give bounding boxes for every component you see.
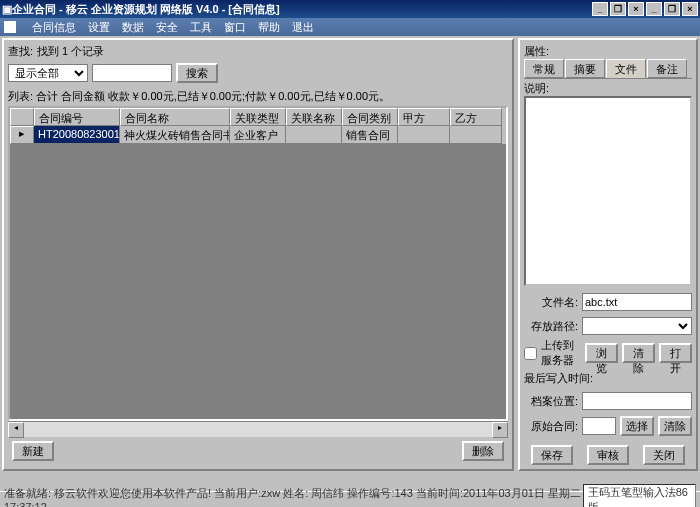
filename-label: 文件名: (524, 295, 578, 310)
list-summary: 列表: 合计 合同金额 收款￥0.00元,已结￥0.00元;付款￥0.00元,已… (8, 89, 508, 104)
contract-grid[interactable]: 合同编号 合同名称 关联类型 关联名称 合同类别 甲方 乙方 ▸ HT20080… (8, 106, 508, 421)
description-label: 说明: (524, 81, 692, 96)
col-contract-name[interactable]: 合同名称 (120, 108, 230, 126)
table-row[interactable]: ▸ HT20080823001 神火煤火砖销售合同书 企业客户 销售合同 (10, 126, 506, 144)
menu-exit[interactable]: 退出 (292, 20, 314, 35)
archive-label: 档案位置: (524, 394, 578, 409)
menu-security[interactable]: 安全 (156, 20, 178, 35)
ime-indicator[interactable]: 王码五笔型输入法86版 (583, 484, 696, 508)
cell-contract-type[interactable]: 销售合同 (342, 126, 398, 144)
restore-button[interactable]: ❐ (610, 2, 626, 16)
col-party-a[interactable]: 甲方 (398, 108, 450, 126)
menu-settings[interactable]: 设置 (88, 20, 110, 35)
properties-title: 属性: (524, 44, 692, 59)
scroll-right-icon[interactable]: ▸ (492, 422, 508, 438)
status-text: 准备就绪: 移云软件欢迎您使用本软件产品! 当前用户:zxw 姓名: 周信纬 操… (4, 486, 583, 507)
child-close-button[interactable]: × (682, 2, 698, 16)
clear2-button[interactable]: 清除 (658, 416, 692, 436)
window-title: 企业合同 - 移云 企业资源规划 网络版 V4.0 - [合同信息] (12, 2, 280, 17)
delete-button[interactable]: 删除 (462, 441, 504, 461)
original-input[interactable] (582, 417, 616, 435)
menu-data[interactable]: 数据 (122, 20, 144, 35)
archive-input[interactable] (582, 392, 692, 410)
tab-summary[interactable]: 摘要 (565, 59, 605, 78)
search-label: 查找: (8, 44, 33, 59)
filter-select[interactable]: 显示全部 (8, 64, 88, 82)
col-relation-name[interactable]: 关联名称 (286, 108, 342, 126)
app-icon: ▣ (2, 3, 12, 16)
tab-notes[interactable]: 备注 (647, 59, 687, 78)
cell-party-a[interactable] (398, 126, 450, 144)
upload-label: 上传到服务器 (541, 338, 581, 368)
col-contract-type[interactable]: 合同类别 (342, 108, 398, 126)
app-menu-icon[interactable] (4, 21, 16, 33)
open-button[interactable]: 打开 (659, 343, 692, 363)
search-input[interactable] (92, 64, 172, 82)
select-button[interactable]: 选择 (620, 416, 654, 436)
path-label: 存放路径: (524, 319, 578, 334)
search-button[interactable]: 搜索 (176, 63, 218, 83)
lastwrite-label: 最后写入时间: (524, 371, 593, 386)
upload-checkbox[interactable] (524, 347, 537, 360)
row-selector-header (10, 108, 34, 126)
audit-button[interactable]: 审核 (587, 445, 629, 465)
menu-tools[interactable]: 工具 (190, 20, 212, 35)
tab-general[interactable]: 常规 (524, 59, 564, 78)
close-panel-button[interactable]: 关闭 (643, 445, 685, 465)
original-label: 原始合同: (524, 419, 578, 434)
path-select[interactable] (582, 317, 692, 335)
cell-contract-no[interactable]: HT20080823001 (34, 126, 120, 144)
filename-input[interactable] (582, 293, 692, 311)
minimize-button[interactable]: _ (592, 2, 608, 16)
menu-window[interactable]: 窗口 (224, 20, 246, 35)
save-button[interactable]: 保存 (531, 445, 573, 465)
cell-contract-name[interactable]: 神火煤火砖销售合同书 (120, 126, 230, 144)
description-textarea[interactable] (524, 96, 692, 286)
menu-help[interactable]: 帮助 (258, 20, 280, 35)
horizontal-scrollbar[interactable]: ◂ ▸ (8, 421, 508, 437)
row-indicator-icon: ▸ (10, 126, 34, 144)
clear-button[interactable]: 清除 (622, 343, 655, 363)
browse-button[interactable]: 浏览 (585, 343, 618, 363)
close-button[interactable]: × (628, 2, 644, 16)
col-party-b[interactable]: 乙方 (450, 108, 502, 126)
col-contract-no[interactable]: 合同编号 (34, 108, 120, 126)
col-relation-type[interactable]: 关联类型 (230, 108, 286, 126)
cell-party-b[interactable] (450, 126, 502, 144)
scroll-left-icon[interactable]: ◂ (8, 422, 24, 438)
child-minimize-button[interactable]: _ (646, 2, 662, 16)
tab-file[interactable]: 文件 (606, 59, 646, 78)
cell-relation-name[interactable] (286, 126, 342, 144)
child-restore-button[interactable]: ❐ (664, 2, 680, 16)
menu-contract-info[interactable]: 合同信息 (32, 20, 76, 35)
new-button[interactable]: 新建 (12, 441, 54, 461)
search-result-count: 找到 1 个记录 (37, 44, 104, 59)
cell-relation-type[interactable]: 企业客户 (230, 126, 286, 144)
